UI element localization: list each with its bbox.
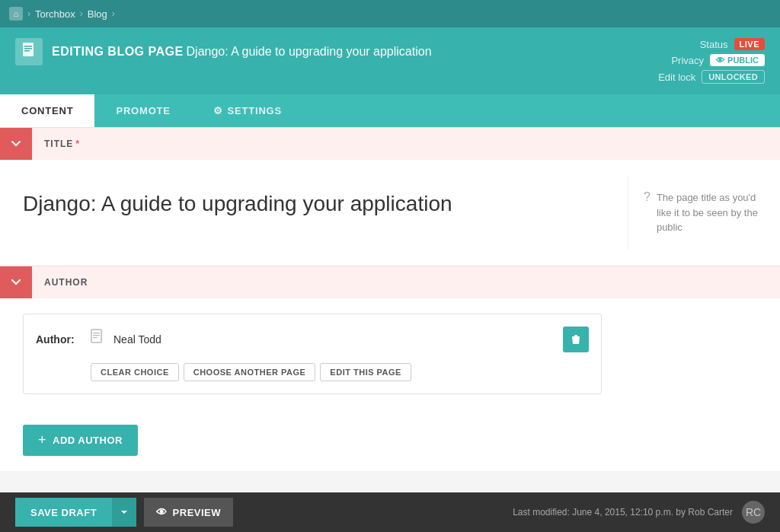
author-doc-icon: [91, 329, 104, 349]
tab-settings[interactable]: ⚙ SETTINGS: [192, 94, 303, 127]
author-section-body: Author: Neal Todd CLEAR C: [0, 298, 780, 409]
settings-gear-icon: ⚙: [213, 105, 223, 116]
privacy-badge: PUBLIC: [710, 54, 765, 66]
required-indicator: *: [75, 139, 80, 149]
topbar: ⌂ › Torchbox › Blog ›: [0, 0, 780, 27]
privacy-label: Privacy: [671, 55, 704, 66]
svg-rect-3: [24, 50, 30, 52]
eye-icon: [716, 56, 724, 65]
title-field-area: Django: A guide to upgrading your applic…: [0, 160, 780, 266]
svg-rect-7: [93, 337, 98, 338]
svg-rect-4: [91, 330, 101, 342]
status-label: Status: [700, 39, 728, 50]
breadcrumb-sep-1: ›: [27, 8, 30, 19]
author-row: Author: Neal Todd: [36, 327, 589, 352]
title-section-header: TITLE*: [0, 127, 780, 160]
plus-icon: +: [38, 432, 46, 448]
title-main: Django: A guide to upgrading your applic…: [0, 175, 628, 250]
page-type-icon: [15, 38, 43, 65]
tab-content[interactable]: CONTENT: [0, 94, 94, 127]
svg-rect-5: [93, 333, 100, 333]
breadcrumb-sep-2: ›: [80, 8, 83, 19]
header-right: Status LIVE Privacy PUBLIC Edit lock UNL…: [658, 38, 765, 84]
author-card: Author: Neal Todd CLEAR C: [23, 314, 602, 394]
author-section-label: AUTHOR: [32, 269, 100, 295]
author-section-header: AUTHOR: [0, 266, 780, 298]
header-title: EDITING BLOG PAGE Django: A guide to upg…: [52, 45, 432, 59]
author-collapse-button[interactable]: [0, 266, 32, 298]
author-name: Neal Todd: [113, 333, 554, 346]
breadcrumb-torchbox[interactable]: Torchbox: [35, 8, 75, 20]
choose-another-page-button[interactable]: CHOOSE ANOTHER PAGE: [184, 363, 316, 381]
tabs: CONTENT PROMOTE ⚙ SETTINGS: [0, 94, 780, 127]
author-actions: CLEAR CHOICE CHOOSE ANOTHER PAGE EDIT TH…: [91, 363, 589, 381]
add-author-section: + ADD AUTHOR: [0, 409, 780, 471]
editing-label: EDITING BLOG PAGE: [52, 45, 184, 58]
svg-rect-6: [93, 335, 100, 336]
page-name-text: Django: A guide to upgrading your applic…: [187, 45, 432, 58]
edit-this-page-button[interactable]: EDIT THIS PAGE: [320, 363, 411, 381]
status-row: Status LIVE: [700, 38, 765, 50]
svg-rect-0: [23, 43, 34, 56]
clear-choice-button[interactable]: CLEAR CHOICE: [91, 363, 179, 381]
home-icon[interactable]: ⌂: [9, 7, 23, 21]
privacy-row: Privacy PUBLIC: [671, 54, 765, 66]
tab-promote[interactable]: PROMOTE: [94, 94, 191, 127]
editlock-badge: UNLOCKED: [702, 70, 765, 84]
breadcrumb-blog[interactable]: Blog: [88, 8, 107, 20]
status-badge: LIVE: [734, 38, 765, 50]
title-collapse-button[interactable]: [0, 128, 32, 160]
editlock-row: Edit lock UNLOCKED: [658, 70, 765, 84]
help-circle-icon: ?: [644, 190, 651, 235]
editlock-label: Edit lock: [658, 72, 695, 83]
help-text: The page title as you'd like it to be se…: [657, 190, 765, 235]
add-author-button[interactable]: + ADD AUTHOR: [23, 425, 138, 456]
svg-rect-2: [24, 48, 32, 49]
breadcrumb-sep-3: ›: [112, 8, 115, 19]
delete-author-button[interactable]: [563, 327, 589, 352]
author-field-label: Author:: [36, 333, 82, 346]
page-header: EDITING BLOG PAGE Django: A guide to upg…: [0, 27, 780, 94]
header-left: EDITING BLOG PAGE Django: A guide to upg…: [15, 38, 432, 65]
title-help-panel: ? The page title as you'd like it to be …: [628, 175, 780, 250]
svg-rect-1: [24, 46, 32, 47]
content-area: TITLE* Django: A guide to upgrading your…: [0, 127, 780, 471]
title-section-label: TITLE*: [32, 131, 92, 157]
title-value[interactable]: Django: A guide to upgrading your applic…: [23, 190, 605, 218]
